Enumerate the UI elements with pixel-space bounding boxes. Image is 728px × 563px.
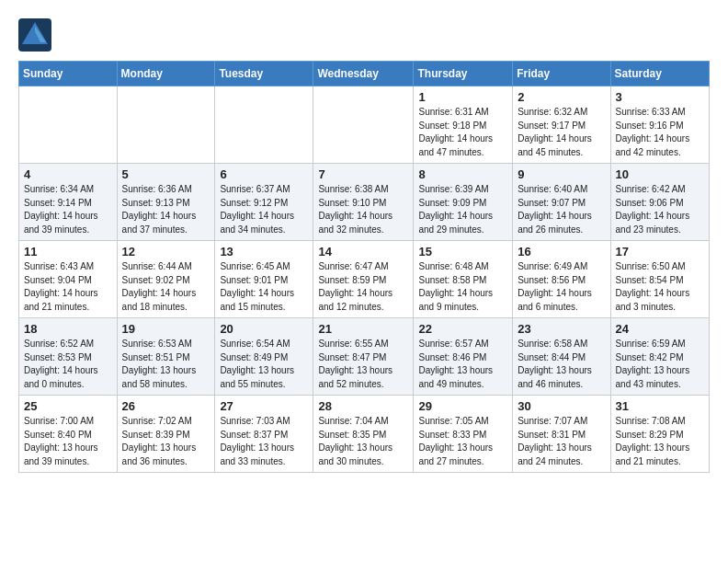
day-info: Sunrise: 7:08 AM Sunset: 8:29 PM Dayligh… (616, 415, 704, 468)
calendar-header: SundayMondayTuesdayWednesdayThursdayFrid… (19, 62, 710, 86)
day-info: Sunrise: 6:45 AM Sunset: 9:01 PM Dayligh… (220, 260, 308, 314)
day-info: Sunrise: 6:37 AM Sunset: 9:12 PM Dayligh… (220, 183, 308, 236)
day-info: Sunrise: 6:34 AM Sunset: 9:14 PM Dayligh… (24, 183, 112, 236)
day-number: 27 (220, 399, 308, 413)
header-day: Monday (117, 62, 215, 86)
day-info: Sunrise: 7:04 AM Sunset: 8:35 PM Dayligh… (318, 415, 408, 468)
header-day: Tuesday (215, 62, 313, 86)
calendar-cell: 12Sunrise: 6:44 AM Sunset: 9:02 PM Dayli… (117, 241, 215, 318)
calendar-cell: 29Sunrise: 7:05 AM Sunset: 8:33 PM Dayli… (414, 396, 513, 473)
day-info: Sunrise: 6:39 AM Sunset: 9:09 PM Dayligh… (418, 183, 507, 236)
calendar-cell: 16Sunrise: 6:49 AM Sunset: 8:56 PM Dayli… (513, 241, 610, 318)
logo (18, 18, 55, 52)
header-day: Wednesday (313, 62, 414, 86)
calendar-cell: 28Sunrise: 7:04 AM Sunset: 8:35 PM Dayli… (313, 396, 414, 473)
calendar-cell: 11Sunrise: 6:43 AM Sunset: 9:04 PM Dayli… (19, 241, 118, 318)
day-number: 16 (518, 245, 605, 259)
day-info: Sunrise: 7:02 AM Sunset: 8:39 PM Dayligh… (122, 415, 210, 468)
day-number: 17 (616, 245, 704, 259)
calendar-cell: 26Sunrise: 7:02 AM Sunset: 8:39 PM Dayli… (117, 396, 215, 473)
day-info: Sunrise: 6:40 AM Sunset: 9:07 PM Dayligh… (518, 183, 605, 236)
header-day: Thursday (414, 62, 513, 86)
calendar-table: SundayMondayTuesdayWednesdayThursdayFrid… (18, 61, 710, 473)
calendar-cell: 31Sunrise: 7:08 AM Sunset: 8:29 PM Dayli… (610, 396, 709, 473)
calendar-cell: 6Sunrise: 6:37 AM Sunset: 9:12 PM Daylig… (215, 164, 313, 241)
day-number: 4 (24, 167, 112, 181)
day-info: Sunrise: 7:03 AM Sunset: 8:37 PM Dayligh… (220, 415, 308, 468)
day-number: 25 (24, 399, 112, 413)
day-info: Sunrise: 6:38 AM Sunset: 9:10 PM Dayligh… (318, 183, 408, 236)
day-number: 21 (318, 322, 408, 336)
day-info: Sunrise: 6:49 AM Sunset: 8:56 PM Dayligh… (518, 260, 605, 314)
day-info: Sunrise: 7:05 AM Sunset: 8:33 PM Dayligh… (418, 415, 507, 468)
day-info: Sunrise: 6:33 AM Sunset: 9:16 PM Dayligh… (616, 106, 704, 159)
header-day: Saturday (610, 62, 709, 86)
calendar-cell: 17Sunrise: 6:50 AM Sunset: 8:54 PM Dayli… (610, 241, 709, 318)
day-number: 28 (318, 399, 408, 413)
day-number: 7 (318, 167, 408, 181)
calendar-cell: 21Sunrise: 6:55 AM Sunset: 8:47 PM Dayli… (313, 318, 414, 396)
header-day: Friday (513, 62, 610, 86)
calendar-cell: 13Sunrise: 6:45 AM Sunset: 9:01 PM Dayli… (215, 241, 313, 318)
calendar-cell: 8Sunrise: 6:39 AM Sunset: 9:09 PM Daylig… (414, 164, 513, 241)
day-number: 8 (418, 167, 507, 181)
day-number: 18 (24, 322, 112, 336)
calendar-cell: 5Sunrise: 6:36 AM Sunset: 9:13 PM Daylig… (117, 164, 215, 241)
day-info: Sunrise: 6:31 AM Sunset: 9:18 PM Dayligh… (418, 106, 507, 159)
day-info: Sunrise: 7:07 AM Sunset: 8:31 PM Dayligh… (518, 415, 605, 468)
day-number: 15 (418, 245, 507, 259)
calendar-cell: 30Sunrise: 7:07 AM Sunset: 8:31 PM Dayli… (513, 396, 610, 473)
calendar-cell: 23Sunrise: 6:58 AM Sunset: 8:44 PM Dayli… (513, 318, 610, 396)
day-number: 11 (24, 245, 112, 259)
calendar-cell: 2Sunrise: 6:32 AM Sunset: 9:17 PM Daylig… (513, 86, 610, 164)
day-info: Sunrise: 6:53 AM Sunset: 8:51 PM Dayligh… (122, 338, 210, 391)
calendar-cell (215, 86, 313, 164)
day-info: Sunrise: 7:00 AM Sunset: 8:40 PM Dayligh… (24, 415, 112, 468)
day-number: 19 (122, 322, 210, 336)
day-number: 26 (122, 399, 210, 413)
calendar-row: 1Sunrise: 6:31 AM Sunset: 9:18 PM Daylig… (19, 86, 710, 164)
day-info: Sunrise: 6:43 AM Sunset: 9:04 PM Dayligh… (24, 260, 112, 314)
calendar-cell: 20Sunrise: 6:54 AM Sunset: 8:49 PM Dayli… (215, 318, 313, 396)
day-info: Sunrise: 6:42 AM Sunset: 9:06 PM Dayligh… (616, 183, 704, 236)
day-info: Sunrise: 6:54 AM Sunset: 8:49 PM Dayligh… (220, 338, 308, 391)
day-number: 20 (220, 322, 308, 336)
day-number: 13 (220, 245, 308, 259)
calendar-row: 11Sunrise: 6:43 AM Sunset: 9:04 PM Dayli… (19, 241, 710, 318)
calendar-cell: 22Sunrise: 6:57 AM Sunset: 8:46 PM Dayli… (414, 318, 513, 396)
calendar-cell: 7Sunrise: 6:38 AM Sunset: 9:10 PM Daylig… (313, 164, 414, 241)
calendar-body: 1Sunrise: 6:31 AM Sunset: 9:18 PM Daylig… (19, 86, 710, 473)
day-number: 3 (616, 90, 704, 104)
calendar-cell (313, 86, 414, 164)
calendar-cell: 19Sunrise: 6:53 AM Sunset: 8:51 PM Dayli… (117, 318, 215, 396)
day-number: 2 (518, 90, 605, 104)
day-number: 14 (318, 245, 408, 259)
calendar-cell: 9Sunrise: 6:40 AM Sunset: 9:07 PM Daylig… (513, 164, 610, 241)
day-info: Sunrise: 6:44 AM Sunset: 9:02 PM Dayligh… (122, 260, 210, 314)
day-info: Sunrise: 6:36 AM Sunset: 9:13 PM Dayligh… (122, 183, 210, 236)
calendar-cell: 18Sunrise: 6:52 AM Sunset: 8:53 PM Dayli… (19, 318, 118, 396)
day-info: Sunrise: 6:58 AM Sunset: 8:44 PM Dayligh… (518, 338, 605, 391)
day-number: 29 (418, 399, 507, 413)
calendar-cell: 4Sunrise: 6:34 AM Sunset: 9:14 PM Daylig… (19, 164, 118, 241)
logo-icon (18, 18, 51, 52)
calendar-row: 25Sunrise: 7:00 AM Sunset: 8:40 PM Dayli… (19, 396, 710, 473)
calendar-cell (19, 86, 118, 164)
page-header (18, 18, 710, 52)
day-info: Sunrise: 6:55 AM Sunset: 8:47 PM Dayligh… (318, 338, 408, 391)
day-info: Sunrise: 6:48 AM Sunset: 8:58 PM Dayligh… (418, 260, 507, 314)
day-number: 23 (518, 322, 605, 336)
day-info: Sunrise: 6:52 AM Sunset: 8:53 PM Dayligh… (24, 338, 112, 391)
calendar-cell: 25Sunrise: 7:00 AM Sunset: 8:40 PM Dayli… (19, 396, 118, 473)
calendar-cell: 15Sunrise: 6:48 AM Sunset: 8:58 PM Dayli… (414, 241, 513, 318)
calendar-cell: 27Sunrise: 7:03 AM Sunset: 8:37 PM Dayli… (215, 396, 313, 473)
day-number: 1 (418, 90, 507, 104)
day-info: Sunrise: 6:50 AM Sunset: 8:54 PM Dayligh… (616, 260, 704, 314)
day-number: 31 (616, 399, 704, 413)
calendar-cell (117, 86, 215, 164)
day-number: 6 (220, 167, 308, 181)
header-row: SundayMondayTuesdayWednesdayThursdayFrid… (19, 62, 710, 86)
day-number: 10 (616, 167, 704, 181)
day-number: 30 (518, 399, 605, 413)
day-number: 5 (122, 167, 210, 181)
